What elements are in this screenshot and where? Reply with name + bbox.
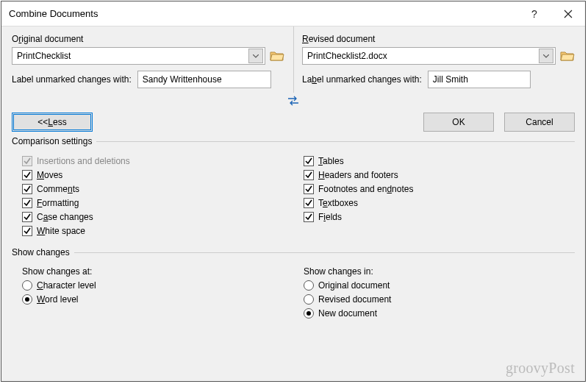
show-changes-at-label: Show changes at: bbox=[22, 266, 293, 277]
revised-document-radio[interactable]: Revised document bbox=[304, 294, 575, 305]
show-changes-in-label: Show changes in: bbox=[304, 266, 575, 277]
revised-document-row: PrintChecklist2.docx bbox=[302, 47, 575, 65]
original-document-section: Original document PrintChecklist Label u… bbox=[12, 34, 284, 88]
formatting-checkbox[interactable]: Formatting bbox=[22, 198, 293, 208]
headers-footers-checkbox[interactable]: Headers and footers bbox=[304, 170, 575, 180]
white-space-checkbox[interactable]: White space bbox=[22, 226, 293, 236]
original-author-row: Label unmarked changes with: Sandy Writt… bbox=[12, 71, 284, 88]
ok-button[interactable]: OK bbox=[423, 113, 494, 132]
checkbox-icon bbox=[22, 184, 32, 194]
word-level-radio[interactable]: Word level bbox=[22, 294, 293, 305]
tables-checkbox[interactable]: Tables bbox=[304, 156, 575, 166]
revised-document-combo[interactable]: PrintChecklist2.docx bbox=[302, 47, 556, 65]
checkbox-icon bbox=[304, 156, 314, 166]
radio-icon bbox=[304, 280, 314, 291]
comparison-settings: Insertions and deletions Moves Comments … bbox=[12, 152, 575, 240]
browse-revised-button[interactable] bbox=[560, 50, 575, 62]
show-changes-header: Show changes bbox=[12, 247, 575, 257]
watermark: groovyPost bbox=[506, 360, 575, 377]
swap-icon bbox=[287, 96, 300, 106]
original-unmarked-label: Label unmarked changes with: bbox=[12, 74, 132, 85]
checkbox-icon bbox=[22, 170, 32, 180]
radio-icon bbox=[304, 308, 314, 319]
original-document-radio[interactable]: Original document bbox=[304, 280, 575, 291]
help-button[interactable]: ? bbox=[517, 1, 551, 26]
revised-document-section: Revised document PrintChecklist2.docx La… bbox=[302, 34, 575, 88]
original-document-label: Original document bbox=[12, 34, 284, 44]
comparison-settings-header: Comparison settings bbox=[12, 136, 575, 146]
vertical-divider bbox=[293, 26, 294, 93]
radio-icon bbox=[22, 280, 32, 291]
original-document-combo[interactable]: PrintChecklist bbox=[12, 47, 265, 65]
case-changes-checkbox[interactable]: Case changes bbox=[22, 212, 293, 222]
revised-author-row: Label unmarked changes with: Jill Smith bbox=[302, 71, 575, 88]
dialog-content: Original document PrintChecklist Label u… bbox=[1, 26, 585, 381]
checkbox-icon bbox=[22, 156, 32, 166]
moves-checkbox[interactable]: Moves bbox=[22, 170, 293, 180]
close-icon bbox=[564, 10, 573, 18]
original-author-input[interactable]: Sandy Writtenhouse bbox=[137, 71, 271, 88]
radio-icon bbox=[304, 294, 314, 305]
close-button[interactable] bbox=[551, 1, 585, 26]
original-document-value: PrintChecklist bbox=[17, 51, 248, 61]
checkbox-icon bbox=[304, 170, 314, 180]
new-document-radio[interactable]: New document bbox=[304, 308, 575, 319]
checkbox-icon bbox=[22, 198, 32, 208]
cancel-button[interactable]: Cancel bbox=[504, 113, 575, 132]
chevron-down-icon bbox=[248, 49, 263, 63]
combine-documents-dialog: Combine Documents ? Original document Pr… bbox=[1, 1, 586, 382]
window-title: Combine Documents bbox=[9, 8, 517, 19]
revised-document-value: PrintChecklist2.docx bbox=[307, 51, 539, 61]
show-changes-section: Show changes at: Character level Word le… bbox=[12, 263, 575, 322]
browse-original-button[interactable] bbox=[270, 50, 284, 62]
swap-documents-button[interactable] bbox=[12, 96, 575, 108]
action-buttons-row: << Less OK Cancel bbox=[12, 113, 575, 132]
checkbox-icon bbox=[304, 212, 314, 222]
revised-unmarked-label: Label unmarked changes with: bbox=[302, 74, 422, 85]
insertions-deletions-checkbox: Insertions and deletions bbox=[22, 156, 293, 166]
checkbox-icon bbox=[304, 198, 314, 208]
less-button[interactable]: << Less bbox=[12, 113, 93, 132]
document-selection-row: Original document PrintChecklist Label u… bbox=[12, 34, 575, 88]
title-bar: Combine Documents ? bbox=[1, 1, 585, 26]
radio-icon bbox=[22, 294, 32, 305]
revised-document-label: Revised document bbox=[302, 34, 575, 44]
original-document-row: PrintChecklist bbox=[12, 47, 284, 65]
revised-author-input[interactable]: Jill Smith bbox=[428, 71, 531, 88]
textboxes-checkbox[interactable]: Textboxes bbox=[304, 198, 575, 208]
comments-checkbox[interactable]: Comments bbox=[22, 184, 293, 194]
fields-checkbox[interactable]: Fields bbox=[304, 212, 575, 222]
chevron-down-icon bbox=[539, 49, 553, 63]
checkbox-icon bbox=[22, 226, 32, 236]
character-level-radio[interactable]: Character level bbox=[22, 280, 293, 291]
checkbox-icon bbox=[304, 184, 314, 194]
checkbox-icon bbox=[22, 212, 32, 222]
footnotes-endnotes-checkbox[interactable]: Footnotes and endnotes bbox=[304, 184, 575, 194]
